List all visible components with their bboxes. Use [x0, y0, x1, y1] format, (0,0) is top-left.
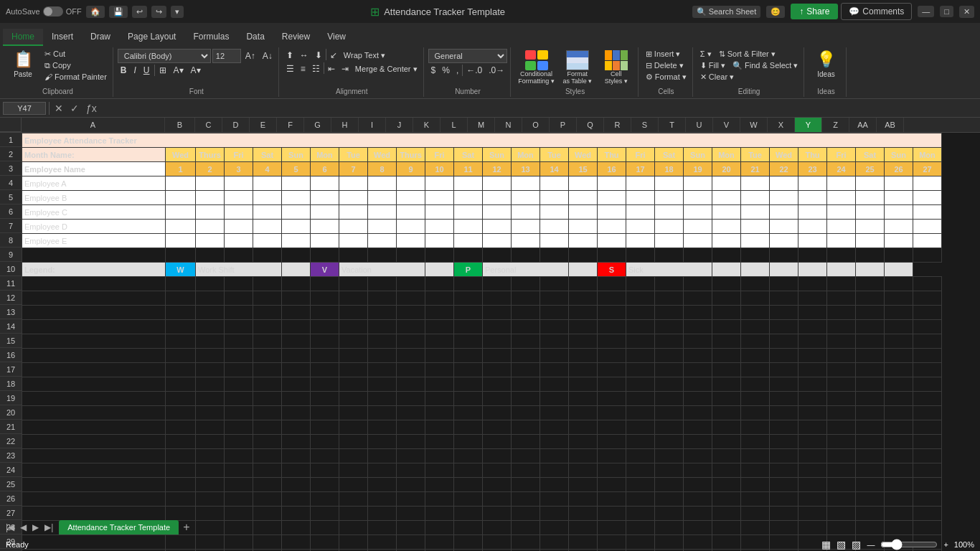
normal-view-button[interactable]: ▦ — [821, 539, 831, 550]
num-4[interactable]: 4 — [253, 162, 282, 176]
formula-confirm-button[interactable]: ✓ — [68, 103, 81, 114]
row-header-13[interactable]: 13 — [0, 305, 22, 319]
employee-a-cell[interactable]: Employee A — [22, 176, 166, 191]
sheet-tab-active[interactable]: Attendance Tracker Template — [59, 520, 179, 534]
employee-d-cell[interactable]: Employee D — [22, 220, 166, 234]
sort-filter-button[interactable]: ⇅ Sort & Filter ▾ — [716, 49, 778, 60]
col-header-i[interactable]: I — [359, 118, 386, 132]
col-header-s[interactable]: S — [631, 118, 659, 132]
undo-button[interactable]: ↩ — [132, 6, 147, 18]
clear-button[interactable]: ✕ Clear ▾ — [697, 72, 737, 83]
font-color-button[interactable]: A▾ — [188, 64, 204, 77]
tab-formulas[interactable]: Formulas — [184, 29, 237, 46]
legend-v-badge[interactable]: V — [311, 263, 339, 277]
num-23[interactable]: 23 — [798, 162, 827, 176]
tab-insert[interactable]: Insert — [43, 29, 82, 46]
autosave-toggle[interactable]: AutoSave OFF — [6, 6, 82, 17]
emp-a-d1[interactable] — [166, 176, 196, 191]
day-tue1[interactable]: Tue — [339, 148, 368, 162]
day-tue3[interactable]: Tue — [741, 148, 770, 162]
col-header-x[interactable]: X — [768, 118, 795, 132]
close-button[interactable]: ✕ — [959, 6, 974, 18]
formula-cancel-button[interactable]: ✕ — [52, 103, 65, 114]
legend-personal-label[interactable]: Personal — [483, 263, 569, 277]
day-fri2[interactable]: Fri — [425, 148, 454, 162]
sheet-nav-first[interactable]: |◀ — [3, 521, 17, 534]
day-mon1[interactable]: Mon — [311, 148, 339, 162]
wrap-text-button[interactable]: Wrap Text ▾ — [341, 49, 388, 62]
col-header-n[interactable]: N — [495, 118, 522, 132]
day-tue2[interactable]: Tue — [540, 148, 569, 162]
font-size-increase[interactable]: A↑ — [242, 50, 258, 62]
row-header-26[interactable]: 26 — [0, 491, 22, 506]
day-mon4[interactable]: Mon — [913, 148, 942, 162]
row-header-12[interactable]: 12 — [0, 291, 22, 305]
insert-function-button[interactable]: ƒx — [84, 103, 99, 114]
format-cells-button[interactable]: ⚙ Format ▾ — [643, 72, 689, 83]
day-sun1[interactable]: Sun — [282, 148, 311, 162]
col-header-b[interactable]: B — [165, 118, 195, 132]
tab-data[interactable]: Data — [237, 29, 273, 46]
legend-p-badge[interactable]: P — [454, 263, 483, 277]
col-header-q[interactable]: Q — [577, 118, 604, 132]
num-26[interactable]: 26 — [885, 162, 913, 176]
col-header-y[interactable]: Y — [795, 118, 822, 132]
col-header-m[interactable]: M — [468, 118, 495, 132]
col-header-c[interactable]: C — [195, 118, 222, 132]
col-header-a[interactable]: A — [22, 118, 165, 132]
maximize-button[interactable]: □ — [940, 6, 953, 17]
format-painter-button[interactable]: 🖌 Format Painter — [42, 72, 110, 82]
page-break-view-button[interactable]: ▨ — [852, 539, 861, 550]
page-layout-view-button[interactable]: ▧ — [837, 539, 846, 550]
copy-button[interactable]: ⧉ Copy — [42, 60, 110, 71]
legend-s-badge[interactable]: S — [598, 263, 626, 277]
tab-page-layout[interactable]: Page Layout — [119, 29, 184, 46]
zoom-slider[interactable] — [880, 539, 938, 550]
cell-reference-box[interactable]: Y47 — [3, 102, 46, 115]
increase-indent-button[interactable]: ⇥ — [339, 62, 352, 75]
row-header-27[interactable]: 27 — [0, 506, 22, 520]
cell-styles-button[interactable]: CellStyles ▾ — [598, 49, 635, 86]
accounting-format-button[interactable]: $ — [428, 64, 439, 77]
col-header-w[interactable]: W — [740, 118, 768, 132]
text-direction-button[interactable]: ↙ — [327, 49, 340, 62]
autosum-button[interactable]: Σ ▾ — [697, 49, 715, 60]
num-3[interactable]: 3 — [225, 162, 253, 176]
row-header-7[interactable]: 7 — [0, 219, 22, 233]
day-sun2[interactable]: Sun — [483, 148, 512, 162]
num-2[interactable]: 2 — [196, 162, 225, 176]
row-header-18[interactable]: 18 — [0, 377, 22, 391]
save-button[interactable]: 💾 — [109, 6, 128, 18]
format-as-table-button[interactable]: Formatas Table ▾ — [559, 49, 596, 86]
day-sat1[interactable]: Sat — [253, 148, 282, 162]
col-header-g[interactable]: G — [304, 118, 331, 132]
increase-decimal-button[interactable]: .0→ — [486, 64, 507, 77]
num-18[interactable]: 18 — [655, 162, 684, 176]
row-header-9[interactable]: 9 — [0, 248, 22, 262]
tab-view[interactable]: View — [319, 29, 354, 46]
employee-name-header[interactable]: Employee Name — [22, 162, 166, 176]
col-header-f[interactable]: F — [277, 118, 304, 132]
more-commands-button[interactable]: ▾ — [171, 6, 184, 18]
borders-button[interactable]: ⊞ — [156, 64, 169, 77]
col-header-p[interactable]: P — [550, 118, 577, 132]
row-header-20[interactable]: 20 — [0, 405, 22, 420]
row-header-17[interactable]: 17 — [0, 362, 22, 377]
bold-button[interactable]: B — [118, 64, 130, 77]
col-header-z[interactable]: Z — [822, 118, 849, 132]
num-14[interactable]: 14 — [540, 162, 569, 176]
fill-color-button[interactable]: A▾ — [171, 64, 187, 77]
col-header-e[interactable]: E — [250, 118, 277, 132]
num-12[interactable]: 12 — [483, 162, 512, 176]
italic-button[interactable]: I — [131, 64, 138, 77]
num-8[interactable]: 8 — [368, 162, 397, 176]
conditional-formatting-button[interactable]: ConditionalFormatting ▾ — [515, 49, 557, 86]
row-header-11[interactable]: 11 — [0, 276, 22, 291]
day-mon2[interactable]: Mon — [512, 148, 540, 162]
day-mon3[interactable]: Mon — [712, 148, 741, 162]
redo-button[interactable]: ↪ — [151, 6, 166, 18]
font-size-decrease[interactable]: A↓ — [260, 50, 275, 62]
num-11[interactable]: 11 — [454, 162, 483, 176]
day-thu4[interactable]: Thu — [798, 148, 827, 162]
day-sun3[interactable]: Sun — [684, 148, 712, 162]
